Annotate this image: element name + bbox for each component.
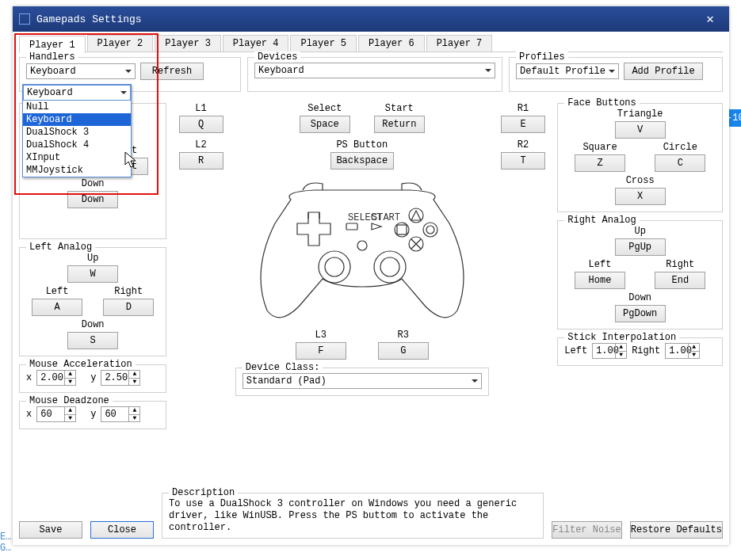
device-class-value: Standard (Pad) bbox=[246, 375, 327, 387]
svg-point-12 bbox=[374, 251, 406, 283]
dpad-down-button[interactable]: Down bbox=[67, 191, 118, 208]
square-button[interactable]: Z bbox=[575, 154, 625, 172]
circle-label: Circle bbox=[663, 142, 697, 153]
ra-down-button[interactable]: PgDown bbox=[615, 305, 666, 322]
ra-left-label: Left bbox=[589, 259, 612, 270]
r3-button[interactable]: G bbox=[378, 342, 429, 360]
tab-player-3[interactable]: Player 3 bbox=[155, 35, 221, 51]
svg-point-10 bbox=[319, 251, 350, 283]
l-triggers: L1 Q L2 R bbox=[171, 103, 231, 434]
circle-button[interactable]: C bbox=[655, 154, 705, 172]
tab-player-7[interactable]: Player 7 bbox=[426, 35, 493, 51]
ps-button[interactable]: Backspace bbox=[330, 152, 394, 170]
handlers-option-keyboard[interactable]: Keyboard bbox=[23, 113, 131, 126]
r1-button[interactable]: E bbox=[501, 116, 545, 133]
md-x-label: x bbox=[26, 409, 32, 420]
controller-diagram: SELECT START bbox=[235, 176, 489, 326]
description-legend: Description bbox=[169, 487, 238, 498]
device-class-legend: Device Class: bbox=[243, 362, 323, 373]
l3-label: L3 bbox=[315, 330, 327, 341]
select-button[interactable]: Space bbox=[300, 116, 350, 133]
tab-player-4[interactable]: Player 4 bbox=[223, 35, 289, 51]
md-y-label: y bbox=[90, 409, 96, 420]
device-class-group: Device Class: Standard (Pad) bbox=[235, 368, 489, 396]
start-button[interactable]: Return bbox=[374, 116, 425, 133]
tab-player-6[interactable]: Player 6 bbox=[358, 35, 425, 51]
si-left-label: Left bbox=[564, 345, 587, 356]
handlers-option-mmjoy[interactable]: MMJoystick bbox=[23, 164, 131, 177]
svg-rect-14 bbox=[346, 223, 357, 230]
profiles-select-value: Default Profile bbox=[520, 66, 605, 77]
r2-button[interactable]: T bbox=[501, 152, 545, 170]
mouse-dead-group: Mouse Deadzone x 60▲▼ y 60▲▼ bbox=[19, 401, 166, 429]
tab-player-2[interactable]: Player 2 bbox=[87, 35, 154, 51]
la-left-button[interactable]: A bbox=[32, 299, 82, 316]
svg-text:START: START bbox=[372, 212, 400, 223]
svg-point-11 bbox=[325, 257, 344, 276]
triangle-label: Triangle bbox=[617, 109, 663, 120]
right-analog-group: Right Analog Up PgUp Left Home Right bbox=[557, 220, 723, 330]
la-down-button[interactable]: S bbox=[67, 332, 118, 349]
md-y-input[interactable]: 60▲▼ bbox=[101, 406, 140, 422]
close-button[interactable]: Close bbox=[90, 521, 154, 539]
tab-player-5[interactable]: Player 5 bbox=[290, 35, 357, 51]
handlers-option-ds4[interactable]: DualShock 4 bbox=[23, 139, 131, 151]
refresh-button[interactable]: Refresh bbox=[140, 63, 204, 80]
profiles-select[interactable]: Default Profile bbox=[516, 63, 619, 79]
titlebar: Gamepads Settings ✕ bbox=[13, 6, 729, 32]
cross-button[interactable]: X bbox=[615, 188, 666, 205]
ra-down-label: Down bbox=[628, 292, 651, 303]
r2-label: R2 bbox=[518, 139, 529, 150]
tab-player-1[interactable]: Player 1 bbox=[19, 36, 86, 53]
ra-up-label: Up bbox=[634, 226, 645, 237]
mouse-accel-legend: Mouse Acceleration bbox=[26, 359, 136, 370]
restore-defaults-button[interactable]: Restore Defaults bbox=[630, 521, 723, 539]
ra-right-button[interactable]: End bbox=[655, 272, 705, 289]
l2-button[interactable]: R bbox=[179, 152, 223, 170]
devices-select[interactable]: Keyboard bbox=[254, 63, 495, 78]
si-left-input[interactable]: 1.00▲▼ bbox=[592, 343, 627, 359]
svg-rect-4 bbox=[397, 225, 407, 234]
md-x-input[interactable]: 60▲▼ bbox=[36, 406, 76, 422]
ma-y-input[interactable]: 2.50▲▼ bbox=[101, 370, 140, 386]
triangle-button[interactable]: V bbox=[615, 121, 666, 139]
stick-interp-group: Stick Interpolation Left 1.00▲▼ Right 1.… bbox=[557, 337, 723, 366]
ra-left-button[interactable]: Home bbox=[575, 272, 625, 289]
add-profile-button[interactable]: Add Profile bbox=[624, 63, 703, 80]
start-label: Start bbox=[385, 103, 414, 114]
si-right-label: Right bbox=[632, 345, 660, 356]
app-icon bbox=[19, 13, 30, 25]
la-down-label: Down bbox=[82, 319, 105, 330]
face-legend: Face Buttons bbox=[564, 97, 639, 109]
la-left-label: Left bbox=[46, 286, 69, 297]
ra-right-label: Right bbox=[666, 259, 694, 270]
select-label: Select bbox=[307, 103, 342, 114]
device-class-select[interactable]: Standard (Pad) bbox=[243, 373, 482, 389]
close-window-button[interactable]: ✕ bbox=[697, 6, 723, 32]
window-title: Gamepads Settings bbox=[36, 13, 697, 25]
si-right-input[interactable]: 1.00▲▼ bbox=[665, 343, 700, 359]
la-right-button[interactable]: D bbox=[103, 299, 154, 316]
profiles-group: Profiles Default Profile Add Profile bbox=[509, 57, 723, 92]
l1-button[interactable]: Q bbox=[179, 116, 223, 133]
handlers-option-ds3[interactable]: DualShock 3 bbox=[23, 126, 131, 139]
handlers-dropdown[interactable]: Keyboard Null Keyboard DualShock 3 DualS… bbox=[22, 84, 132, 177]
svg-point-5 bbox=[423, 223, 437, 237]
l3-button[interactable]: F bbox=[296, 342, 346, 360]
handlers-option-xinput[interactable]: XInput bbox=[23, 151, 131, 164]
description-text: To use a DualShock 3 controller on Windo… bbox=[169, 498, 537, 534]
handlers-select-value: Keyboard bbox=[30, 66, 76, 77]
filter-noise-button[interactable]: Filter Noise bbox=[552, 521, 621, 539]
r1-label: R1 bbox=[518, 103, 529, 114]
la-up-button[interactable]: W bbox=[67, 265, 118, 283]
handlers-legend: Handlers bbox=[26, 51, 78, 63]
square-label: Square bbox=[582, 142, 617, 153]
ra-up-button[interactable]: PgUp bbox=[615, 238, 666, 256]
handlers-option-null[interactable]: Null bbox=[23, 101, 131, 113]
handlers-select[interactable]: Keyboard bbox=[26, 63, 136, 79]
ma-x-input[interactable]: 2.00▲▼ bbox=[36, 370, 76, 386]
face-buttons-group: Face Buttons Triangle V Square Z Circle bbox=[557, 103, 723, 212]
save-button[interactable]: Save bbox=[19, 521, 82, 539]
la-up-label: Up bbox=[87, 253, 98, 264]
right-analog-legend: Right Analog bbox=[564, 215, 639, 226]
